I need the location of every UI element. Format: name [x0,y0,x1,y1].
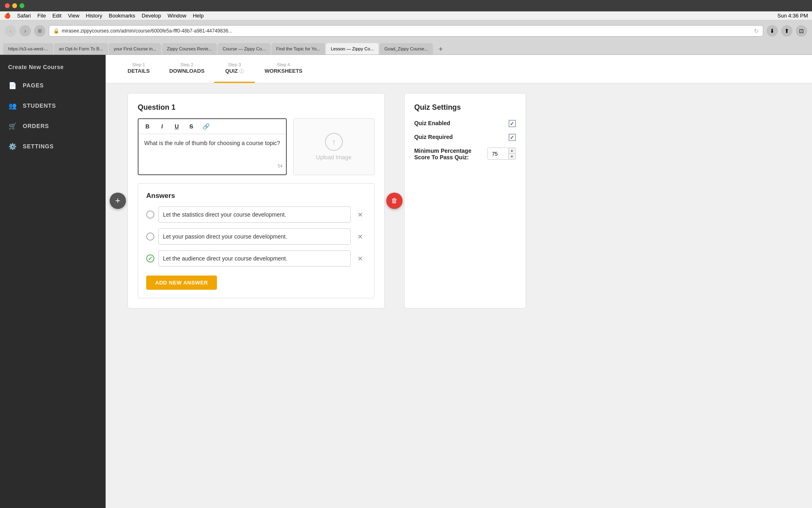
settings-icon: ⚙️ [8,142,17,151]
underline-button[interactable]: U [172,122,182,131]
menu-safari[interactable]: Safari [17,13,31,19]
min-percentage-input-group: ▲ ▼ [487,148,516,160]
menu-edit[interactable]: Edit [52,13,61,19]
question-title: Question 1 [138,103,375,112]
question-text: What is the rule of thumb for choosing a… [144,140,280,146]
image-upload-box[interactable]: ↑ Upload Image [293,118,375,175]
menu-bookmarks[interactable]: Bookmarks [109,13,135,19]
tab-3[interactable]: Zippy Courses Revie... [162,43,217,54]
answer-input-0[interactable] [158,206,351,223]
min-percentage-input[interactable] [488,148,508,159]
tab-0[interactable]: https://s3-us-west-... [3,43,53,54]
address-bar[interactable]: 🔒 mirasee.zippycourses.com/admin/course/… [49,25,763,37]
answer-radio-0[interactable] [146,211,154,219]
sidebar: Create New Course 📄 PAGES 👥 STUDENTS 🛒 O… [0,55,106,508]
steps-nav: Step 1 DETAILS Step 2 DOWNLOADS Step 3 Q… [106,55,812,83]
menu-apple[interactable]: 🍎 [4,13,11,19]
answer-row: ✕ [146,228,366,245]
close-btn[interactable] [5,3,10,8]
url-text: mirasee.zippycourses.com/admin/course/60… [62,28,232,34]
min-percentage-label: Minimum Percentage Score To Pass Quiz: [414,148,483,161]
menu-window[interactable]: Window [167,13,186,19]
minimize-btn[interactable] [12,3,17,8]
bold-button[interactable]: B [143,122,152,131]
text-editor: B I U S 🔗 What is the rule of thumb for … [138,118,287,175]
new-tab-button[interactable]: + [435,44,446,54]
sidebar-item-pages[interactable]: 📄 PAGES [0,75,106,96]
reload-icon[interactable]: ↻ [754,28,759,34]
tab-1[interactable]: an Opt-In Form To B... [54,43,108,54]
tab-7[interactable]: Goad_Zippy Course... [379,43,433,54]
back-button[interactable]: ‹ [5,25,16,37]
delete-question-button[interactable]: 🗑 [386,193,403,209]
forward-button[interactable]: › [19,25,31,37]
browser-chrome: ‹ › ⊞ 🔒 mirasee.zippycourses.com/admin/c… [0,20,812,55]
quiz-enabled-checkbox[interactable] [509,120,516,127]
orders-icon: 🛒 [8,122,17,130]
upload-label: Upload Image [316,154,351,161]
menu-develop[interactable]: Develop [142,13,161,19]
students-icon: 👥 [8,101,17,110]
menu-history[interactable]: History [86,13,102,19]
trash-icon: 🗑 [391,197,398,204]
tab-4[interactable]: Course — Zippy Co... [218,43,271,54]
answer-input-1[interactable] [158,228,351,245]
share-icon[interactable]: ⬆ [781,25,793,37]
sidebar-header: Create New Course [0,59,106,75]
traffic-lights [5,3,24,8]
download-icon[interactable]: ⬇ [767,25,778,37]
settings-row-percentage: Minimum Percentage Score To Pass Quiz: ▲… [414,148,516,161]
settings-row-required: Quiz Required [414,134,516,141]
quiz-settings-panel: Quiz Settings Quiz Enabled Quiz Required… [404,93,526,308]
answer-input-2[interactable] [158,250,351,267]
sidebar-item-orders[interactable]: 🛒 ORDERS [0,116,106,136]
mac-menubar: 🍎 Safari File Edit View History Bookmark… [0,11,812,20]
question-card: Question 1 B I U S 🔗 W [128,93,385,308]
answer-delete-1[interactable]: ✕ [355,231,366,242]
quiz-settings-title: Quiz Settings [414,103,516,112]
menu-file[interactable]: File [37,13,46,19]
menu-help[interactable]: Help [193,13,204,19]
settings-row-enabled: Quiz Enabled [414,120,516,127]
question-outer: + Question 1 B I U S 🔗 [118,93,394,308]
page-body: + Question 1 B I U S 🔗 [106,83,812,318]
step-details[interactable]: Step 1 DETAILS [118,55,160,83]
step-quiz[interactable]: Step 3 QUIZ ⓘ [214,55,255,83]
menu-view[interactable]: View [68,13,79,19]
tab-2[interactable]: your First Course in... [109,43,161,54]
add-question-button[interactable]: + [110,193,126,209]
add-answer-button[interactable]: ADD NEW ANSWER [146,276,217,290]
spin-down-button[interactable]: ▼ [508,154,515,159]
tab-6[interactable]: Lesson — Zippy Co... [326,43,379,54]
step-worksheets[interactable]: Step 4 WORKSHEETS [255,55,312,83]
sidebar-label-pages: PAGES [23,82,44,89]
answer-radio-2[interactable] [146,254,154,263]
sidebar-item-settings[interactable]: ⚙️ SETTINGS [0,136,106,156]
answer-radio-1[interactable] [146,232,154,241]
maximize-btn[interactable] [19,3,24,8]
tab-overview-icon[interactable]: ⊡ [796,25,807,37]
italic-button[interactable]: I [157,122,167,131]
editor-area: B I U S 🔗 What is the rule of thumb for … [138,118,375,175]
sidebar-item-students[interactable]: 👥 STUDENTS [0,96,106,116]
mac-titlebar [0,0,812,11]
quiz-enabled-label: Quiz Enabled [414,120,505,126]
view-toggle-button[interactable]: ⊞ [34,25,45,37]
strikethrough-button[interactable]: S [186,122,196,131]
pages-icon: 📄 [8,81,17,90]
quiz-required-checkbox[interactable] [509,134,516,141]
answer-row: ✕ [146,250,366,267]
step-downloads[interactable]: Step 2 DOWNLOADS [160,55,214,83]
browser-tabs: https://s3-us-west-... an Opt-In Form To… [0,41,812,54]
answer-delete-2[interactable]: ✕ [355,253,366,264]
link-button[interactable]: 🔗 [201,122,211,131]
answers-section: Answers ✕ ✕ [138,183,375,298]
tab-5[interactable]: Find the Topic for Yo... [271,43,325,54]
editor-body[interactable]: What is the rule of thumb for choosing a… [139,134,286,171]
spin-up-button[interactable]: ▲ [508,148,515,154]
answer-delete-0[interactable]: ✕ [355,209,366,220]
browser-toolbar: ‹ › ⊞ 🔒 mirasee.zippycourses.com/admin/c… [0,20,812,41]
lock-icon: 🔒 [53,28,59,34]
sidebar-label-settings: SETTINGS [23,143,54,150]
sidebar-label-students: STUDENTS [23,102,56,109]
